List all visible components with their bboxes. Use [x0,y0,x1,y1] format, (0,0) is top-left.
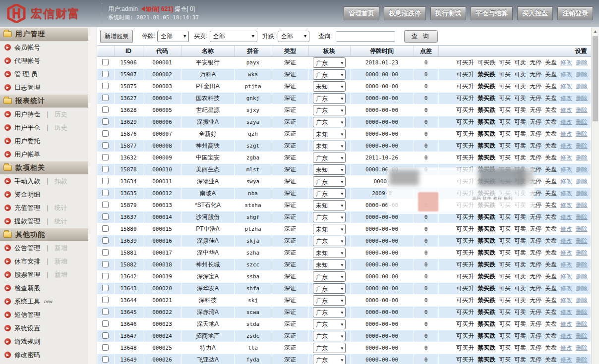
sidebar-section-header[interactable]: 用户管理 [0,27,88,41]
delete-link[interactable]: 删除 [576,106,588,113]
delete-link[interactable]: 删除 [576,83,588,90]
delete-link[interactable]: 删除 [576,237,588,244]
delete-link[interactable]: 删除 [576,320,588,327]
sidebar-item[interactable]: ▶短信管理 [0,308,88,321]
edit-link[interactable]: 修改 [560,142,572,149]
row-checkbox[interactable] [102,190,109,196]
row-checkbox[interactable] [102,344,109,351]
delete-link[interactable]: 删除 [576,332,588,339]
row-checkbox[interactable] [102,83,109,89]
row-checkbox[interactable] [102,273,109,279]
delete-link[interactable]: 删除 [576,142,588,149]
sidebar-item[interactable]: ▶用户帐单 [0,148,88,161]
delete-link[interactable]: 删除 [576,95,588,102]
scrollbar-thumb[interactable] [593,36,598,121]
sidebar-item[interactable]: ▶代理帐号 [0,54,88,67]
board-select[interactable]: 广东 [313,105,346,115]
row-checkbox[interactable] [102,106,109,113]
delete-link[interactable]: 删除 [576,130,588,137]
edit-link[interactable]: 修改 [560,320,572,327]
row-checkbox[interactable] [102,154,109,160]
sidebar-item-extra-link[interactable]: 历史 [55,110,67,119]
edit-link[interactable]: 修改 [560,356,572,363]
edit-link[interactable]: 修改 [560,166,572,173]
search-button[interactable]: 查 询 [404,30,437,43]
delete-link[interactable]: 删除 [576,297,588,304]
sidebar-item[interactable]: ▶公告管理｜新增 [0,241,88,255]
row-checkbox[interactable] [102,130,109,137]
search-input[interactable] [336,31,395,42]
row-checkbox[interactable] [102,142,109,149]
filter-select[interactable]: 全部 [278,31,309,42]
edit-link[interactable]: 修改 [560,273,572,280]
row-checkbox[interactable] [102,356,109,363]
board-select[interactable]: 广东 [313,331,346,341]
sidebar-item-extra-link[interactable]: 新增 [55,244,67,253]
row-checkbox[interactable] [102,59,109,65]
filter-select[interactable]: 全部 [157,31,189,42]
sidebar-item[interactable]: ▶修改密码 [0,348,88,362]
add-stock-button[interactable]: 新增股票 [100,30,133,43]
delete-link[interactable]: 删除 [576,202,588,208]
delete-link[interactable]: 删除 [576,273,588,280]
sidebar-item-extra-link[interactable]: 历史 [55,123,67,132]
sidebar-item[interactable]: ▶系统工具new [0,295,88,308]
sidebar-section-header[interactable]: 报表统计 [0,94,88,107]
edit-link[interactable]: 修改 [560,261,572,268]
delete-link[interactable]: 删除 [576,344,588,351]
edit-link[interactable]: 修改 [560,332,572,339]
row-checkbox[interactable] [102,166,109,172]
nav-button[interactable]: 买入控盘 [517,6,553,20]
board-select[interactable]: 未知 [313,260,346,270]
delete-link[interactable]: 删除 [576,190,588,197]
sidebar-item[interactable]: ▶管 理 员 [0,67,88,81]
row-checkbox[interactable] [102,225,109,232]
sidebar-item-extra-link[interactable]: 统计 [55,204,67,212]
board-select[interactable]: 未知 [313,164,346,175]
row-checkbox[interactable] [102,118,109,125]
row-checkbox[interactable] [102,71,109,77]
delete-link[interactable]: 删除 [576,309,588,315]
edit-link[interactable]: 修改 [560,225,572,232]
nav-button[interactable]: 平仓与结算 [471,6,513,20]
edit-link[interactable]: 修改 [560,297,572,304]
sidebar-item-extra-link[interactable]: 扣款 [55,177,67,186]
board-select[interactable]: 未知 [313,141,346,151]
row-checkbox[interactable] [102,213,109,220]
sidebar-item[interactable]: ▶会员帐号 [0,41,88,54]
nav-button[interactable]: 注销登录 [557,6,593,20]
board-select[interactable]: 未知 [313,81,346,92]
board-select[interactable]: 广东 [313,93,346,104]
edit-link[interactable]: 修改 [560,178,572,185]
sidebar-section-header[interactable]: 款项相关 [0,161,88,174]
vertical-scrollbar[interactable]: ▲ [591,27,599,364]
board-select[interactable]: 未知 [313,200,346,210]
sidebar-section-header[interactable]: 其他功能 [0,228,88,241]
edit-link[interactable]: 修改 [560,249,572,256]
sidebar-item-extra-link[interactable]: 统计 [55,217,67,226]
row-checkbox[interactable] [102,249,109,256]
edit-link[interactable]: 修改 [560,309,572,315]
delete-link[interactable]: 删除 [576,166,588,173]
delete-link[interactable]: 删除 [576,285,588,292]
edit-link[interactable]: 修改 [560,130,572,137]
edit-link[interactable]: 修改 [560,71,572,78]
board-select[interactable]: 广东 [313,117,346,127]
edit-link[interactable]: 修改 [560,59,572,66]
board-select[interactable]: 广东 [313,188,346,199]
sidebar-item[interactable]: ▶用户持仓｜历史 [0,107,88,121]
edit-link[interactable]: 修改 [560,83,572,90]
board-select[interactable]: 广东 [313,355,346,364]
sidebar-item[interactable]: ▶股票管理｜新增 [0,268,88,281]
board-select[interactable]: 未知 [313,129,346,139]
board-select[interactable]: 广东 [313,57,346,68]
sidebar-item[interactable]: ▶休市安排｜新增 [0,255,88,268]
row-checkbox[interactable] [102,261,109,267]
row-checkbox[interactable] [102,237,109,244]
edit-link[interactable]: 修改 [560,237,572,244]
sidebar-item[interactable]: ▶手动入款｜扣款 [0,174,88,188]
board-select[interactable]: 广东 [313,212,346,222]
edit-link[interactable]: 修改 [560,213,572,220]
edit-link[interactable]: 修改 [560,285,572,292]
sidebar-item-extra-link[interactable]: 新增 [55,257,67,266]
